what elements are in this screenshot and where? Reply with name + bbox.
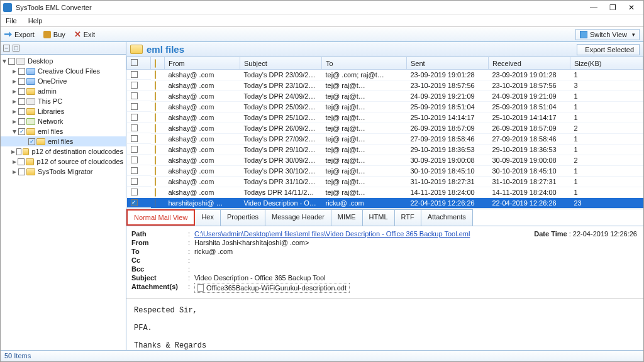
cell-from: harshitajoshi@ …: [165, 198, 240, 209]
tab-message-header[interactable]: Message Header: [265, 209, 331, 226]
row-checkbox[interactable]: [131, 199, 138, 206]
cell-subject: Video Description - Office 36…: [240, 198, 322, 209]
maximize-button[interactable]: ❐: [603, 1, 622, 14]
table-row[interactable]: harshitajoshi@ …Video Description - Offi…: [127, 198, 643, 209]
cell-subject: Today's DPR 23/10/2019: [240, 80, 322, 91]
menu-file[interactable]: File: [3, 16, 19, 26]
exit-button[interactable]: ✕Exit: [74, 30, 95, 38]
cell-from: akshay@ .com: [165, 91, 240, 102]
envelope-icon: [155, 92, 156, 101]
col-from[interactable]: From: [165, 57, 240, 70]
row-checkbox[interactable]: [131, 156, 138, 163]
envelope-icon: [155, 124, 156, 133]
minimize-button[interactable]: —: [584, 1, 603, 14]
cell-to: tej@ raj@t…: [322, 102, 407, 112]
row-checkbox[interactable]: [131, 167, 138, 174]
tab-hex[interactable]: Hex: [194, 209, 221, 226]
table-row[interactable]: akshay@ .comToday's DPR 31/10/2019tej@ r…: [127, 177, 643, 187]
collapse-all-button[interactable]: [3, 45, 10, 52]
network-icon: [26, 118, 35, 125]
export-selected-button[interactable]: Export Selected: [577, 44, 640, 55]
tab-rtf[interactable]: RTF: [394, 209, 421, 226]
folder-header: eml files Export Selected: [126, 42, 643, 57]
expand-all-button[interactable]: [13, 45, 19, 52]
cell-subject: Today's DPR 31/10/2019: [240, 177, 322, 187]
message-detail: Path:C:\Users\admin\Desktop\eml files\em…: [126, 226, 643, 299]
cell-received: 24-09-2019 19:21:09: [489, 91, 570, 102]
tab-html[interactable]: HTML: [362, 209, 395, 226]
row-checkbox[interactable]: [131, 178, 138, 185]
row-checkbox[interactable]: [131, 146, 138, 153]
tree-desktop[interactable]: ▾Desktop: [1, 56, 126, 66]
envelope-icon: [155, 199, 156, 207]
tree-admin[interactable]: ▸admin: [1, 86, 126, 96]
table-row[interactable]: akshay@ .comToday's DPR 24/09/2019tej@ r…: [127, 91, 643, 102]
tab-attachments[interactable]: Attachments: [421, 209, 473, 226]
row-checkbox[interactable]: [131, 124, 138, 131]
cell-received: 25-10-2019 14:14:17: [489, 112, 570, 123]
tree-ccf[interactable]: ▸Creative Cloud Files: [1, 66, 126, 76]
menu-help[interactable]: Help: [26, 16, 45, 26]
cell-subject: Today's DPR 26/09/2019: [240, 123, 322, 134]
table-row[interactable]: akshay@ .comTodays DPR 14/11/2019tej@ ra…: [127, 187, 643, 198]
close-button[interactable]: ✕: [622, 1, 641, 14]
table-row[interactable]: akshay@ .comToday's DPR 25/09/2019tej@ r…: [127, 102, 643, 112]
tab-properties[interactable]: Properties: [220, 209, 265, 226]
value-cc: [194, 256, 638, 264]
cell-from: akshay@ .com: [165, 80, 240, 91]
detail-tabs: Normal Mail View Hex Properties Message …: [126, 209, 643, 226]
switch-view-button[interactable]: Switch View▾: [575, 29, 640, 40]
cell-received: 23-10-2019 18:57:56: [489, 80, 570, 91]
title-bar: SysTools EML Converter — ❐ ✕: [1, 1, 643, 14]
col-icon[interactable]: [151, 57, 165, 70]
row-checkbox[interactable]: [131, 82, 138, 89]
table-row[interactable]: akshay@ .comToday's DPR 29/10/2019tej@ r…: [127, 145, 643, 155]
cell-sent: 22-04-2019 12:26:26: [407, 198, 489, 209]
cell-sent: 29-10-2019 18:36:53: [407, 145, 489, 155]
value-datetime: 22-04-2019 12:26:26: [573, 230, 637, 238]
col-size[interactable]: Size(KB): [570, 57, 643, 70]
cell-to: tej@ raj@t…: [322, 91, 407, 102]
col-checkbox[interactable]: [127, 57, 151, 70]
table-row[interactable]: akshay@ .comToday's DPR 30/09/2019tej@ r…: [127, 155, 643, 166]
cell-sent: 25-09-2019 18:51:04: [407, 102, 489, 112]
table-row[interactable]: akshay@ .comToday's DPR 27/09/2019tej@ r…: [127, 134, 643, 145]
table-row[interactable]: akshay@ .comToday's DPR 23/10/2019tej@ r…: [127, 80, 643, 91]
tab-mime[interactable]: MIME: [331, 209, 363, 226]
cell-received: 22-04-2019 12:26:26: [489, 198, 570, 209]
cell-received: 27-09-2019 18:58:46: [489, 134, 570, 145]
tree-p12-src[interactable]: ▸p12 of source of cloudcodes: [1, 156, 126, 167]
col-to[interactable]: To: [322, 57, 407, 70]
tree-migrator[interactable]: ▸SysTools Migrator: [1, 167, 126, 177]
tree-onedrive[interactable]: ▸OneDrive: [1, 76, 126, 86]
buy-button[interactable]: Buy: [43, 31, 65, 38]
row-checkbox[interactable]: [131, 103, 138, 110]
tree-libraries[interactable]: ▸Libraries: [1, 106, 126, 116]
row-checkbox[interactable]: [131, 92, 138, 99]
row-checkbox[interactable]: [131, 114, 138, 121]
envelope-icon: [155, 70, 156, 79]
col-subject[interactable]: Subject: [240, 57, 322, 70]
col-received[interactable]: Received: [489, 57, 570, 70]
tree-thispc[interactable]: ▸This PC: [1, 96, 126, 106]
tree-p12-dest[interactable]: ▸p12 of destination cloudcodes: [1, 146, 126, 156]
tree-eml-outer[interactable]: ▾eml files: [1, 126, 126, 136]
attachment-file[interactable]: Office365Backup-WiFiGurukul-description.…: [194, 283, 350, 293]
col-sent[interactable]: Sent: [407, 57, 489, 70]
tab-normal[interactable]: Normal Mail View: [126, 209, 195, 226]
table-row[interactable]: akshay@ .comToday's DPR 23/09/2019tej@ .…: [127, 70, 643, 80]
cell-received: 23-09-2019 19:01:28: [489, 70, 570, 80]
folder-icon: [23, 148, 30, 155]
row-checkbox[interactable]: [131, 189, 138, 195]
tree-network[interactable]: ▸Network: [1, 116, 126, 126]
cell-sent: 25-10-2019 14:14:17: [407, 112, 489, 123]
row-checkbox[interactable]: [131, 71, 138, 78]
export-button[interactable]: Export: [4, 31, 35, 38]
table-row[interactable]: akshay@ .comToday's DPR 25/10/2019tej@ r…: [127, 112, 643, 123]
table-row[interactable]: akshay@ .comToday's DPR 26/09/2019tej@ r…: [127, 123, 643, 134]
cell-sent: 27-09-2019 18:58:46: [407, 134, 489, 145]
tree-eml-inner[interactable]: eml files: [1, 136, 126, 146]
row-checkbox[interactable]: [131, 135, 138, 142]
sidebar: ▾Desktop ▸Creative Cloud Files ▸OneDrive…: [1, 42, 126, 350]
table-row[interactable]: akshay@ .comToday's DPR 30/10/2019tej@ r…: [127, 166, 643, 177]
